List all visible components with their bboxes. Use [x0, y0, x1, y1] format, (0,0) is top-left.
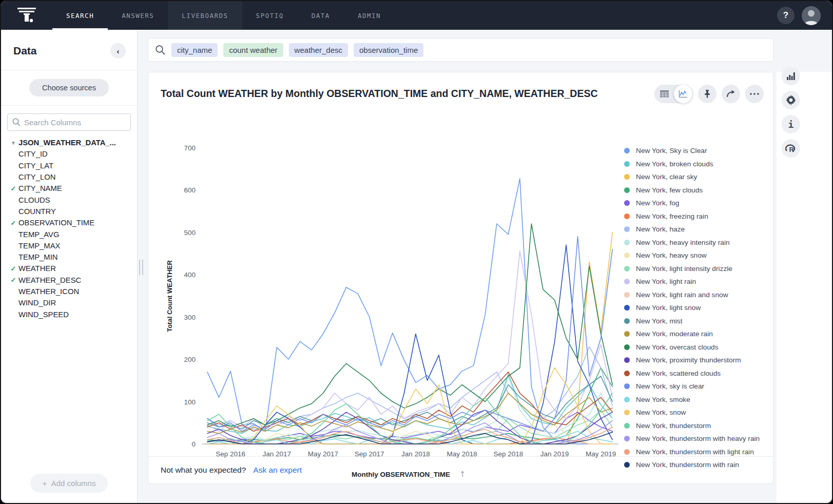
column-item-temp_avg[interactable]: TEMP_AVG [8, 228, 134, 240]
answer-title: Total Count WEATHER by Monthly OBSERVATI… [161, 85, 654, 100]
main-area: city_name count weather weather_desc obs… [138, 30, 832, 504]
legend-item[interactable]: New York, thunderstorm with heavy rain [624, 432, 762, 445]
column-item-clouds[interactable]: CLOUDS [8, 194, 134, 205]
user-avatar[interactable] [802, 6, 821, 25]
legend-item[interactable]: New York, thunderstorm [624, 419, 762, 433]
search-columns-input[interactable] [7, 113, 131, 131]
legend-item[interactable]: New York, Sky is Clear [624, 144, 762, 158]
column-item-city_lat[interactable]: CITY_LAT [8, 160, 134, 171]
legend-label: New York, sky is clear [636, 382, 704, 390]
check-icon: ✓ [8, 219, 18, 227]
legend-item[interactable]: New York, freezing rain [624, 210, 762, 223]
nav-item-liveboards[interactable]: LIVEBOARDS [168, 1, 242, 30]
legend-item[interactable]: New York, haze [624, 223, 762, 236]
check-icon: ✓ [8, 265, 18, 273]
column-item-temp_min[interactable]: TEMP_MIN [8, 251, 134, 263]
legend-item[interactable]: New York, proximity thunderstorm [624, 354, 762, 367]
add-columns-button[interactable]: + Add columns [30, 474, 108, 493]
column-item-city_id[interactable]: CITY_ID [8, 148, 134, 160]
search-bar[interactable]: city_name count weather weather_desc obs… [148, 38, 773, 62]
legend-item[interactable]: New York, moderate rain [624, 327, 762, 341]
legend-label: New York, proximity thunderstorm [636, 356, 741, 364]
column-item-observation_time[interactable]: ✓OBSERVATION_TIME [8, 217, 134, 228]
legend-item[interactable]: New York, light rain and snow [624, 288, 762, 302]
legend-label: New York, freezing rain [636, 212, 708, 220]
legend-label: New York, thunderstorm with heavy rain [636, 435, 760, 442]
legend-item[interactable]: New York, thunderstorm with light rain [624, 445, 762, 459]
legend-item[interactable]: New York, overcast clouds [624, 341, 762, 354]
thoughtspot-logo[interactable] [1, 1, 52, 30]
nav-item-search[interactable]: SEARCH [52, 1, 108, 30]
column-item-weather[interactable]: ✓WEATHER [8, 263, 134, 274]
avatar-image [802, 6, 821, 25]
svg-text:100: 100 [184, 398, 196, 406]
legend-item[interactable]: New York, fog [624, 197, 762, 210]
legend-item[interactable]: New York, broken clouds [624, 158, 762, 171]
svg-text:Sep 2016: Sep 2016 [216, 450, 245, 458]
legend-item[interactable]: New York, heavy snow [624, 249, 762, 262]
legend-dot [624, 449, 630, 455]
column-item-wind_dir[interactable]: WIND_DIR [8, 297, 134, 308]
legend-dot [624, 279, 630, 284]
legend-dot [624, 410, 630, 415]
column-item-city_lon[interactable]: CITY_LON [8, 171, 134, 183]
share-arrow-icon [726, 90, 736, 98]
column-item-wind_speed[interactable]: WIND_SPEED [8, 308, 134, 320]
chevron-down-icon: ▾ [8, 140, 18, 146]
legend-item[interactable]: New York, mist [624, 315, 762, 328]
settings-button[interactable] [782, 91, 800, 109]
legend-item[interactable]: New York, thunderstorm with rain [624, 458, 762, 472]
legend-item[interactable]: New York, snow [624, 406, 762, 419]
search-icon [12, 118, 21, 127]
share-button[interactable] [722, 85, 740, 103]
chart-view-button[interactable] [674, 85, 692, 103]
help-icon[interactable]: ? [777, 7, 795, 24]
legend-item[interactable]: New York, few clouds [624, 184, 762, 197]
info-icon: i [788, 119, 794, 130]
gear-icon [786, 95, 796, 105]
legend-dot [624, 318, 630, 324]
choose-sources-button[interactable]: Choose sources [29, 79, 109, 96]
search-token-city-name[interactable]: city_name [171, 43, 218, 57]
info-button[interactable]: i [782, 115, 800, 133]
legend-item[interactable]: New York, smoke [624, 393, 762, 406]
legend-item[interactable]: New York, light snow [624, 301, 762, 315]
table-view-button[interactable] [655, 85, 674, 103]
legend-item[interactable]: New York, sky is clear [624, 380, 762, 393]
view-toggle [654, 85, 693, 103]
app-body: Data ‹ Choose sources ▾JSON_WEATHER_DATA… [1, 30, 832, 504]
nav-item-answers[interactable]: ANSWERS [108, 1, 168, 30]
legend-item[interactable]: New York, heavy intensity rain [624, 236, 762, 249]
svg-text:Total Count WEATHER: Total Count WEATHER [166, 260, 173, 332]
legend-dot [624, 383, 630, 389]
legend-item[interactable]: New York, light rain [624, 275, 762, 288]
search-token-observation-time[interactable]: observation_time [354, 43, 423, 57]
nav-item-spotiq[interactable]: SPOTIQ [242, 1, 298, 30]
column-item-weather_icon[interactable]: WEATHER_ICON [8, 286, 134, 297]
column-item-temp_max[interactable]: TEMP_MAX [8, 240, 134, 251]
line-chart[interactable]: 0100200300400500600700Sep 2016Jan 2017Ma… [148, 133, 631, 487]
legend-dot [624, 331, 630, 337]
nav-item-data[interactable]: DATA [298, 1, 344, 30]
nav-item-admin[interactable]: ADMIN [344, 1, 395, 30]
column-item-weather_desc[interactable]: ✓WEATHER_DESC [8, 275, 134, 286]
legend-item[interactable]: New York, scattered clouds [624, 367, 762, 380]
search-token-count-weather[interactable]: count weather [223, 43, 283, 57]
legend-item[interactable]: New York, light intensity drizzle [624, 262, 762, 276]
legend-label: New York, moderate rain [636, 330, 713, 338]
r-analysis-button[interactable]: R [782, 139, 800, 158]
collapse-panel-button[interactable]: ‹ [110, 43, 126, 59]
search-token-weather-desc[interactable]: weather_desc [289, 43, 348, 57]
pin-button[interactable] [698, 85, 716, 103]
panel-resize-handle[interactable] [139, 260, 143, 275]
svg-text:Monthly OBSERVATION_TIME: Monthly OBSERVATION_TIME [352, 471, 450, 478]
legend-dot [624, 240, 630, 245]
chart-config-button[interactable] [782, 67, 800, 85]
table-name-row[interactable]: ▾JSON_WEATHER_DATA_... [8, 137, 134, 148]
legend-dot [624, 344, 630, 350]
more-options-button[interactable] [745, 85, 764, 103]
column-item-country[interactable]: COUNTRY [8, 206, 134, 217]
legend-item[interactable]: New York, clear sky [624, 170, 762, 184]
column-item-city_name[interactable]: ✓CITY_NAME [8, 183, 134, 194]
legend-label: New York, snow [636, 409, 686, 416]
